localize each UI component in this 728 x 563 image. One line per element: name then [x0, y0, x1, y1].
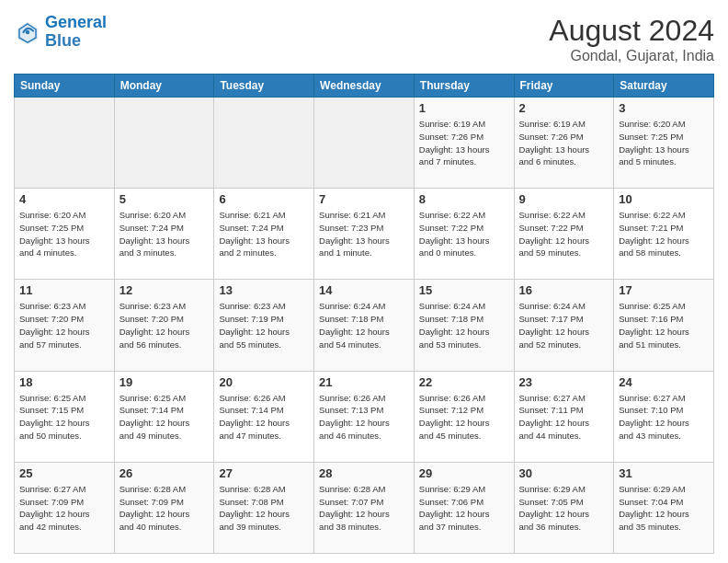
day-number: 14	[319, 283, 409, 297]
day-info: Sunrise: 6:24 AMSunset: 7:17 PMDaylight:…	[519, 300, 609, 350]
title-block: August 2024 Gondal, Gujarat, India	[549, 14, 714, 64]
day-info: Sunrise: 6:24 AMSunset: 7:18 PMDaylight:…	[319, 300, 409, 350]
calendar-cell: 5Sunrise: 6:20 AMSunset: 7:24 PMDaylight…	[114, 189, 214, 280]
main-title: August 2024	[549, 14, 714, 48]
calendar-week-5: 25Sunrise: 6:27 AMSunset: 7:09 PMDayligh…	[15, 462, 714, 553]
calendar-body: 1Sunrise: 6:19 AMSunset: 7:26 PMDaylight…	[15, 98, 714, 554]
day-info: Sunrise: 6:25 AMSunset: 7:14 PMDaylight:…	[119, 392, 210, 442]
day-number: 26	[119, 466, 210, 480]
day-number: 21	[319, 375, 409, 389]
day-number: 30	[519, 466, 609, 480]
calendar-cell: 29Sunrise: 6:29 AMSunset: 7:06 PMDayligh…	[414, 462, 514, 553]
day-number: 11	[19, 283, 109, 297]
day-number: 16	[519, 283, 609, 297]
calendar-header: Sunday Monday Tuesday Wednesday Thursday…	[15, 75, 714, 98]
calendar-cell: 20Sunrise: 6:26 AMSunset: 7:14 PMDayligh…	[214, 371, 314, 462]
day-info: Sunrise: 6:29 AMSunset: 7:06 PMDaylight:…	[419, 483, 509, 534]
svg-point-2	[26, 30, 30, 35]
day-info: Sunrise: 6:24 AMSunset: 7:18 PMDaylight:…	[419, 300, 509, 350]
day-number: 2	[519, 101, 609, 115]
calendar-cell: 13Sunrise: 6:23 AMSunset: 7:19 PMDayligh…	[214, 280, 314, 371]
calendar-cell: 19Sunrise: 6:25 AMSunset: 7:14 PMDayligh…	[114, 371, 214, 462]
calendar-cell: 9Sunrise: 6:22 AMSunset: 7:22 PMDaylight…	[514, 189, 614, 280]
calendar-cell: 11Sunrise: 6:23 AMSunset: 7:20 PMDayligh…	[15, 280, 115, 371]
day-info: Sunrise: 6:27 AMSunset: 7:11 PMDaylight:…	[519, 392, 609, 442]
logo-icon	[14, 18, 41, 46]
day-number: 13	[219, 283, 309, 297]
day-number: 27	[219, 466, 309, 480]
day-number: 20	[219, 375, 309, 389]
logo-text: General Blue	[45, 14, 107, 51]
day-info: Sunrise: 6:25 AMSunset: 7:16 PMDaylight:…	[619, 300, 709, 350]
day-number: 1	[419, 101, 509, 115]
day-info: Sunrise: 6:20 AMSunset: 7:25 PMDaylight:…	[619, 118, 709, 168]
day-info: Sunrise: 6:20 AMSunset: 7:24 PMDaylight:…	[119, 209, 210, 259]
day-info: Sunrise: 6:21 AMSunset: 7:23 PMDaylight:…	[319, 209, 409, 259]
calendar-cell: 7Sunrise: 6:21 AMSunset: 7:23 PMDaylight…	[314, 189, 415, 280]
calendar-week-3: 11Sunrise: 6:23 AMSunset: 7:20 PMDayligh…	[15, 280, 714, 371]
day-info: Sunrise: 6:20 AMSunset: 7:25 PMDaylight:…	[19, 209, 109, 259]
calendar-cell: 27Sunrise: 6:28 AMSunset: 7:08 PMDayligh…	[214, 462, 314, 553]
day-info: Sunrise: 6:29 AMSunset: 7:04 PMDaylight:…	[619, 483, 709, 534]
day-info: Sunrise: 6:22 AMSunset: 7:21 PMDaylight:…	[619, 209, 709, 259]
day-info: Sunrise: 6:28 AMSunset: 7:08 PMDaylight:…	[219, 483, 309, 534]
day-info: Sunrise: 6:23 AMSunset: 7:19 PMDaylight:…	[219, 300, 309, 350]
calendar-cell: 18Sunrise: 6:25 AMSunset: 7:15 PMDayligh…	[15, 371, 115, 462]
day-number: 18	[19, 375, 109, 389]
day-info: Sunrise: 6:27 AMSunset: 7:09 PMDaylight:…	[19, 483, 109, 534]
calendar-table: Sunday Monday Tuesday Wednesday Thursday…	[14, 74, 714, 554]
day-number: 24	[619, 375, 709, 389]
calendar-cell	[15, 98, 115, 189]
header-sunday: Sunday	[15, 75, 115, 98]
day-info: Sunrise: 6:22 AMSunset: 7:22 PMDaylight:…	[519, 209, 609, 259]
day-info: Sunrise: 6:26 AMSunset: 7:13 PMDaylight:…	[319, 392, 409, 442]
day-info: Sunrise: 6:21 AMSunset: 7:24 PMDaylight:…	[219, 209, 309, 259]
day-number: 17	[619, 283, 709, 297]
calendar-cell: 4Sunrise: 6:20 AMSunset: 7:25 PMDaylight…	[15, 189, 115, 280]
calendar-week-1: 1Sunrise: 6:19 AMSunset: 7:26 PMDaylight…	[15, 98, 714, 189]
day-info: Sunrise: 6:29 AMSunset: 7:05 PMDaylight:…	[519, 483, 609, 534]
calendar-cell: 14Sunrise: 6:24 AMSunset: 7:18 PMDayligh…	[314, 280, 415, 371]
calendar-cell	[314, 98, 415, 189]
logo-general: General	[45, 13, 107, 31]
calendar-cell: 25Sunrise: 6:27 AMSunset: 7:09 PMDayligh…	[15, 462, 115, 553]
day-number: 22	[419, 375, 509, 389]
day-number: 31	[619, 466, 709, 480]
page: General Blue August 2024 Gondal, Gujarat…	[0, 0, 728, 563]
day-number: 29	[419, 466, 509, 480]
calendar-cell: 1Sunrise: 6:19 AMSunset: 7:26 PMDaylight…	[414, 98, 514, 189]
header-monday: Monday	[114, 75, 214, 98]
calendar-cell: 10Sunrise: 6:22 AMSunset: 7:21 PMDayligh…	[614, 189, 714, 280]
header-saturday: Saturday	[614, 75, 714, 98]
calendar-cell: 17Sunrise: 6:25 AMSunset: 7:16 PMDayligh…	[614, 280, 714, 371]
day-info: Sunrise: 6:19 AMSunset: 7:26 PMDaylight:…	[419, 118, 509, 168]
calendar-cell	[214, 98, 314, 189]
calendar-cell: 15Sunrise: 6:24 AMSunset: 7:18 PMDayligh…	[414, 280, 514, 371]
day-number: 23	[519, 375, 609, 389]
header-friday: Friday	[514, 75, 614, 98]
subtitle: Gondal, Gujarat, India	[549, 48, 714, 64]
day-number: 7	[319, 192, 409, 206]
calendar-cell: 16Sunrise: 6:24 AMSunset: 7:17 PMDayligh…	[514, 280, 614, 371]
day-number: 6	[219, 192, 309, 206]
day-info: Sunrise: 6:26 AMSunset: 7:14 PMDaylight:…	[219, 392, 309, 442]
calendar-cell: 22Sunrise: 6:26 AMSunset: 7:12 PMDayligh…	[414, 371, 514, 462]
calendar-cell: 21Sunrise: 6:26 AMSunset: 7:13 PMDayligh…	[314, 371, 415, 462]
day-info: Sunrise: 6:26 AMSunset: 7:12 PMDaylight:…	[419, 392, 509, 442]
calendar-week-2: 4Sunrise: 6:20 AMSunset: 7:25 PMDaylight…	[15, 189, 714, 280]
day-number: 5	[119, 192, 210, 206]
day-number: 12	[119, 283, 210, 297]
day-number: 9	[519, 192, 609, 206]
day-number: 19	[119, 375, 210, 389]
header-thursday: Thursday	[414, 75, 514, 98]
day-number: 3	[619, 101, 709, 115]
logo: General Blue	[14, 14, 107, 51]
calendar-cell: 30Sunrise: 6:29 AMSunset: 7:05 PMDayligh…	[514, 462, 614, 553]
logo-blue: Blue	[45, 32, 107, 51]
day-number: 25	[19, 466, 109, 480]
header-wednesday: Wednesday	[314, 75, 415, 98]
day-number: 10	[619, 192, 709, 206]
calendar-week-4: 18Sunrise: 6:25 AMSunset: 7:15 PMDayligh…	[15, 371, 714, 462]
calendar-cell: 26Sunrise: 6:28 AMSunset: 7:09 PMDayligh…	[114, 462, 214, 553]
header-tuesday: Tuesday	[214, 75, 314, 98]
